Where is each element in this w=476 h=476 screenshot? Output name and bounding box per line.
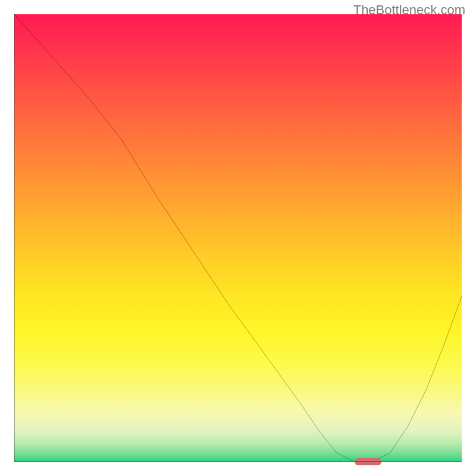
- curve-svg: [14, 14, 462, 462]
- watermark-text: TheBottleneck.com: [353, 2, 465, 18]
- bottleneck-curve: [14, 14, 462, 462]
- chart-container: TheBottleneck.com: [0, 0, 476, 476]
- plot-area: [14, 14, 462, 462]
- optimal-range-marker: [355, 458, 381, 465]
